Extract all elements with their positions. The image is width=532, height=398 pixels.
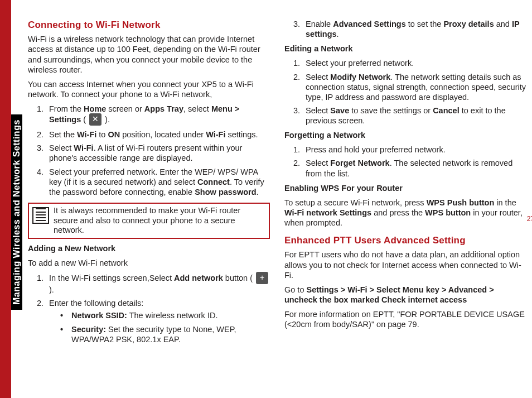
connect-step-3: Select Wi-Fi. A list of Wi-Fi routers pr… [46,143,270,163]
add-intro: To add a new Wi-Fi network [28,258,270,268]
plus-icon: + [256,272,268,284]
edit-step-3: Select Save to save the settings or Canc… [302,106,526,126]
forget-steps-list: Press and hold your preferred network. S… [284,145,526,178]
ptt-paragraph-2: Go to Settings > Wi-Fi > Select Menu key… [284,285,526,305]
connect-step-4: Select your preferred network. Enter the… [46,167,270,197]
forget-step-2: Select Forget Network. The selected netw… [302,158,526,178]
connect-steps-list: From the Home screen or Apps Tray, selec… [28,104,270,197]
heading-connecting: Connecting to Wi-Fi Network [28,19,270,31]
sidebar-section-label: Managing Wireless and Network Settings [11,114,22,310]
left-column: Connecting to Wi-Fi Network Wi-Fi is a w… [28,19,270,387]
forget-step-1: Press and hold your preferred network. [302,145,526,155]
add-step-3: Enable Advanced Settings to set the Prox… [302,19,526,39]
tools-icon: ✕ [89,113,101,126]
connect-step-1: From the Home screen or Apps Tray, selec… [46,104,270,126]
edit-steps-list: Select your preferred network. Select Mo… [284,58,526,126]
subhead-adding-network: Adding a New Network [28,243,270,253]
detail-security: Security: Set the security type to None,… [60,324,270,344]
intro-paragraph-2: You can access Internet when you connect… [28,79,270,99]
add-details-list: Network SSID: The wireless network ID. S… [49,310,270,344]
wps-paragraph: To setup a secure Wi-Fi network, press W… [284,198,526,228]
note-text: It is always recommended to make your Wi… [54,206,265,236]
subhead-forgetting-network: Forgetting a Network [284,130,526,140]
note-icon [32,207,49,224]
edit-step-1: Select your preferred network. [302,58,526,68]
edit-step-2: Select Modify Network. The network setti… [302,72,526,102]
add-step-2: Enter the following details: Network SSI… [46,298,270,344]
right-column: Enable Advanced Settings to set the Prox… [284,19,526,387]
add-steps-list: In the Wi-Fi settings screen,Select Add … [28,272,270,344]
ptt-paragraph-1: For EPTT users who do not have a data pl… [284,250,526,280]
subhead-editing-network: Editing a Network [284,44,526,54]
detail-ssid: Network SSID: The wireless network ID. [60,310,270,320]
note-box: It is always recommended to make your Wi… [28,203,270,239]
connect-step-2: Set the Wi-Fi to ON position, located un… [46,130,270,140]
page-content: Connecting to Wi-Fi Network Wi-Fi is a w… [28,19,526,387]
subhead-wps: Enabling WPS For your Router [284,183,526,193]
add-steps-cont: Enable Advanced Settings to set the Prox… [284,19,526,39]
intro-paragraph-1: Wi-Fi is a wireless network technology t… [28,34,270,75]
heading-ptt: Enhanced PTT Users Advanced Setting [284,234,526,246]
page-number: 27 [527,215,532,223]
sidebar-stripe [0,0,11,398]
ptt-paragraph-3: For more information on EPTT, "FOR PORTA… [284,309,526,329]
add-step-1: In the Wi-Fi settings screen,Select Add … [46,272,270,295]
